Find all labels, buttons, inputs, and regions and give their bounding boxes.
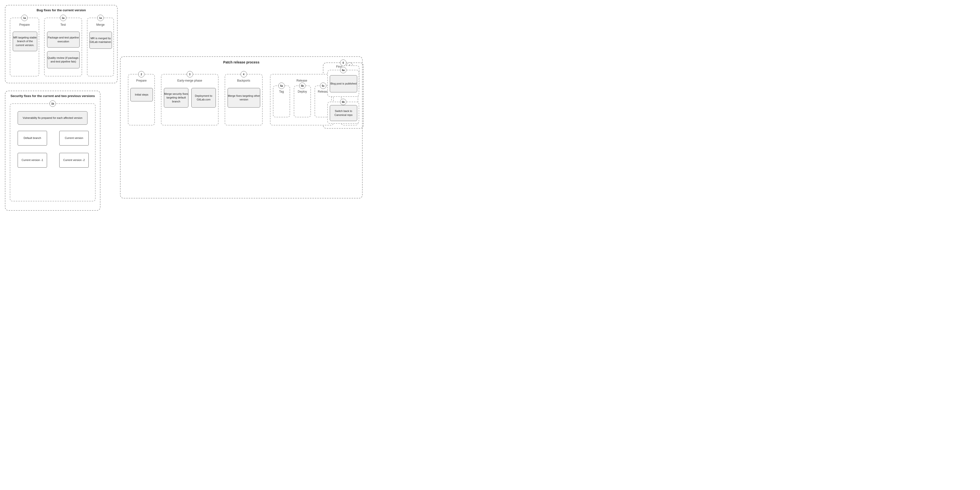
- merge-label: Merge: [88, 23, 113, 27]
- test-label: Test: [45, 23, 81, 27]
- step2-prepare-box: 2 Prepare Initial steps: [128, 74, 155, 126]
- prepare-phase-box: 1a Prepare MR targeting stable branch of…: [10, 18, 39, 76]
- step3-label: Early-merge phase: [161, 79, 218, 82]
- bug-fixes-title: Bug fixes for the current version: [5, 5, 117, 12]
- merge-security-box: Merge security fixes targeting default b…: [164, 88, 188, 108]
- merge-content: MR is merged by GitLab maintainer.: [89, 32, 112, 49]
- test-content2: Quality review (if package-and-test pipe…: [47, 51, 80, 68]
- step5-label: Release: [270, 79, 333, 82]
- bug-fixes-container: Bug fixes for the current version 1a Pre…: [5, 5, 118, 83]
- badge-1a-prepare: 1a: [21, 15, 28, 21]
- vuln-content: Vulnerability fix prepared for each affe…: [18, 111, 88, 125]
- tag-label: Tag: [274, 90, 290, 93]
- badge-3: 3: [187, 71, 193, 78]
- step6a-box: 6a Blog post is published: [327, 70, 359, 97]
- default-branch-box: Default branch: [18, 131, 47, 146]
- badge-5c: 5c: [320, 83, 326, 89]
- deployment-box: Deployment to GitLab.com: [191, 88, 216, 108]
- current-version-m1-box: Current version -1: [18, 153, 47, 167]
- step5b-deploy-box: 5b Deploy: [294, 86, 311, 117]
- badge-1b: 1b: [49, 100, 56, 107]
- step2-label: Prepare: [128, 79, 154, 82]
- blog-post-box: Blog post is published: [330, 75, 357, 92]
- test-content1: Package-and-test pipeline execution: [47, 32, 80, 48]
- switch-back-box: Switch back to Canonical repo: [330, 105, 357, 121]
- badge-5a: 5a: [278, 83, 285, 89]
- badge-6a: 6a: [340, 67, 347, 73]
- badge-6b: 6b: [340, 99, 347, 105]
- current-version-box: Current version: [59, 131, 89, 146]
- security-fixes-container: Security fixes for the current and two p…: [5, 91, 100, 211]
- step4-backports-box: 4 Backports Merge fixes targeting other …: [225, 74, 262, 126]
- prepare-content: MR targeting stable branch of the curren…: [13, 32, 37, 51]
- merge-other-box: Merge fixes targeting other version: [228, 88, 260, 108]
- badge-5b: 5b: [299, 83, 305, 89]
- vuln-phase-box: 1b Vulnerability fix prepared for each a…: [10, 103, 95, 201]
- prepare-label: Prepare: [10, 23, 39, 27]
- badge-2: 2: [138, 71, 145, 78]
- badge-1a-merge: 1a: [97, 15, 103, 21]
- merge-phase-box: 1a Merge MR is merged by GitLab maintain…: [87, 18, 114, 76]
- current-version-m2-box: Current version -2: [59, 153, 89, 167]
- step5a-tag-box: 5a Tag: [273, 86, 290, 117]
- security-fixes-title: Security fixes for the current and two p…: [5, 91, 100, 98]
- patch-release-container: Patch release process 2 Prepare Initial …: [120, 56, 363, 199]
- test-phase-box: 1a Test Package-and-test pipeline execut…: [44, 18, 82, 76]
- step4-label: Backports: [225, 79, 262, 82]
- step5-release-box: Release 5a Tag 5b Deploy 5c Release: [270, 74, 334, 126]
- badge-4: 4: [240, 71, 247, 78]
- deploy-label: Deploy: [294, 90, 310, 93]
- patch-release-title: Patch release process: [121, 57, 362, 64]
- step3-early-box: 3 Early-merge phase Merge security fixes…: [161, 74, 218, 126]
- badge-1a-test: 1a: [60, 15, 67, 21]
- initial-steps-box: Initial steps: [130, 88, 153, 102]
- step6b-box: 6b Switch back to Canonical repo: [327, 102, 359, 124]
